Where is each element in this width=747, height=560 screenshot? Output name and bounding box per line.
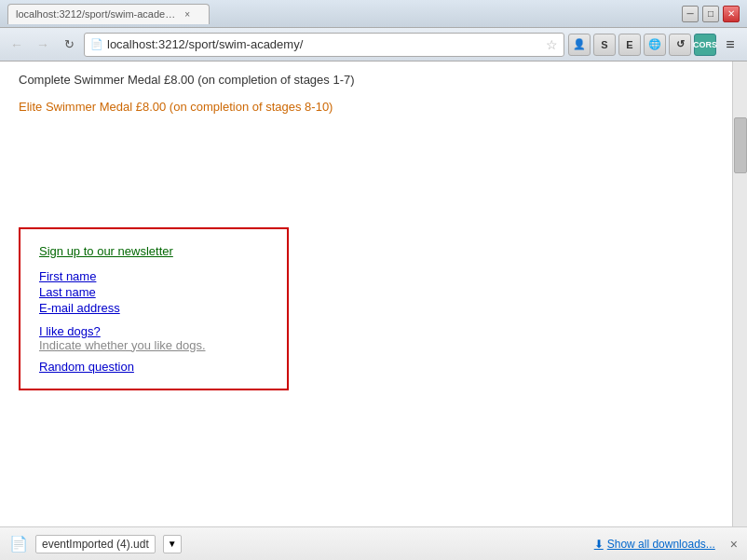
like-dogs-link[interactable]: I like dogs? — [39, 324, 101, 338]
title-bar-left: localhost:3212/sport/swim-acade… × — [7, 4, 210, 24]
ext-btn-1[interactable]: S — [593, 34, 616, 56]
content-line-1: Complete Swimmer Medal £8.00 (on complet… — [19, 71, 713, 90]
ext-btn-2[interactable]: E — [618, 34, 641, 56]
nav-bar: ← → ↻ 📄 ☆ 👤 S E 🌐 ↺ CORS ≡ — [0, 28, 747, 61]
bookmark-icon[interactable]: ☆ — [546, 37, 558, 52]
newsletter-title-link[interactable]: Sign up to our newsletter — [39, 244, 268, 258]
forward-button[interactable]: → — [32, 34, 54, 56]
nav-right-buttons: 👤 S E 🌐 ↺ CORS ≡ — [568, 34, 741, 56]
browser-window: localhost:3212/sport/swim-acade… × ─ □ ✕… — [0, 0, 747, 560]
indicate-dogs-text: Indicate whether you like dogs. — [39, 338, 206, 352]
last-name-link[interactable]: Last name — [39, 285, 268, 299]
tab-close-btn[interactable]: × — [184, 9, 190, 20]
email-link[interactable]: E-mail address — [39, 301, 268, 315]
show-all-downloads-link[interactable]: ⬇ Show all downloads... — [594, 538, 715, 551]
page-container: Complete Swimmer Medal £8.00 (on complet… — [0, 61, 747, 526]
newsletter-box: Sign up to our newsletter First name Las… — [19, 227, 289, 390]
dogs-group: I like dogs? Indicate whether you like d… — [39, 324, 268, 352]
download-filename: eventImported (4).udt — [35, 535, 156, 553]
maximize-button[interactable]: □ — [702, 6, 719, 22]
spacer — [19, 125, 713, 218]
random-question-link[interactable]: Random question — [39, 360, 134, 374]
download-bar: 📄 eventImported (4).udt ▼ ⬇ Show all dow… — [0, 526, 747, 560]
close-button[interactable]: ✕ — [723, 6, 740, 22]
menu-button[interactable]: ≡ — [719, 34, 741, 56]
ext-btn-3[interactable]: 🌐 — [644, 34, 666, 56]
download-arrow-btn[interactable]: ▼ — [163, 535, 182, 553]
back-button[interactable]: ← — [6, 34, 28, 56]
tab-label: localhost:3212/sport/swim-acade… — [16, 8, 175, 20]
refresh-button[interactable]: ↻ — [58, 34, 80, 56]
download-bar-close[interactable]: × — [730, 537, 738, 552]
scrollbar[interactable] — [732, 61, 747, 526]
address-bar-container: 📄 ☆ — [84, 33, 564, 57]
page-content: Complete Swimmer Medal £8.00 (on complet… — [0, 61, 732, 526]
download-file-icon: 📄 — [9, 535, 28, 553]
download-icon: ⬇ — [594, 538, 604, 551]
profile-icon-btn[interactable]: 👤 — [568, 34, 591, 56]
address-bar[interactable] — [107, 37, 542, 51]
minimize-button[interactable]: ─ — [682, 6, 699, 22]
title-bar: localhost:3212/sport/swim-acade… × ─ □ ✕ — [0, 0, 747, 28]
cors-btn[interactable]: CORS — [694, 34, 716, 56]
scrollbar-thumb[interactable] — [734, 117, 747, 173]
page-icon: 📄 — [90, 38, 103, 50]
browser-tab[interactable]: localhost:3212/sport/swim-acade… × — [7, 4, 210, 24]
newsletter-fields: First name Last name E-mail address — [39, 269, 268, 315]
first-name-link[interactable]: First name — [39, 269, 268, 283]
content-line-2: Elite Swimmer Medal £8.00 (on completion… — [19, 98, 713, 117]
ext-btn-4[interactable]: ↺ — [669, 34, 691, 56]
title-bar-controls: ─ □ ✕ — [682, 6, 740, 22]
